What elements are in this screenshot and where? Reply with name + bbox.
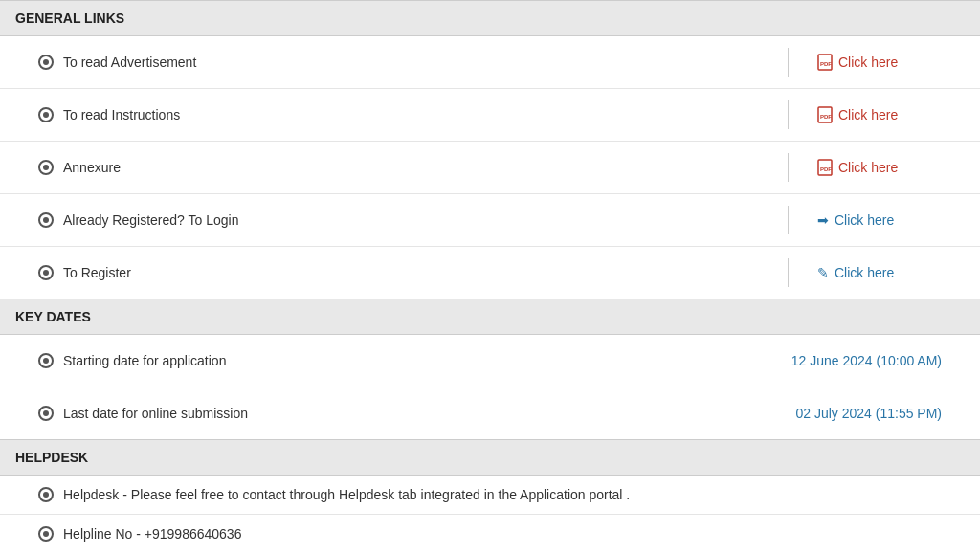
register-row: To Register ✎ Click here	[0, 247, 980, 299]
login-row: Already Registered? To Login ➡ Click her…	[0, 194, 980, 247]
helpdesk-section: HELPDESK Helpdesk - Please feel free to …	[0, 439, 980, 553]
dot-icon-helpline	[38, 526, 54, 542]
dot-icon-login	[38, 212, 54, 228]
dot-icon-advertisement	[38, 55, 54, 70]
general-links-body: To read Advertisement PDF Click here To …	[0, 36, 980, 299]
helpdesk-info-row: Helpdesk - Please feel free to contact t…	[0, 476, 980, 515]
instructions-link[interactable]: PDF Click here	[817, 106, 942, 123]
login-label: Already Registered? To Login	[38, 212, 759, 228]
key-dates-header: KEY DATES	[0, 299, 980, 335]
dot-icon-start-date	[38, 353, 54, 368]
start-date-row: Starting date for application 12 June 20…	[0, 335, 980, 387]
svg-text:PDF: PDF	[820, 166, 832, 172]
advertisement-label: To read Advertisement	[38, 55, 759, 70]
annexure-label: Annexure	[38, 160, 759, 175]
divider-last-date	[702, 399, 702, 428]
svg-text:PDF: PDF	[820, 61, 832, 67]
divider-register	[788, 258, 789, 287]
key-dates-body: Starting date for application 12 June 20…	[0, 335, 980, 439]
divider-login	[788, 206, 789, 234]
helpdesk-header: HELPDESK	[0, 439, 980, 476]
instructions-label: To read Instructions	[38, 107, 759, 122]
last-date-row: Last date for online submission 02 July …	[0, 387, 980, 439]
key-dates-section: KEY DATES Starting date for application …	[0, 299, 980, 439]
register-link[interactable]: ✎ Click here	[817, 265, 942, 280]
edit-pencil-icon: ✎	[817, 265, 829, 280]
pdf-icon-advertisement: PDF	[817, 54, 833, 71]
instructions-row: To read Instructions PDF Click here	[0, 89, 980, 142]
advertisement-link[interactable]: PDF Click here	[817, 54, 942, 71]
start-date-label: Starting date for application	[38, 353, 673, 368]
last-date-value: 02 July 2024 (11:55 PM)	[731, 406, 942, 421]
divider-advertisement	[788, 48, 789, 77]
general-links-header: GENERAL LINKS	[0, 0, 980, 36]
divider-start-date	[702, 346, 702, 375]
advertisement-row: To read Advertisement PDF Click here	[0, 36, 980, 89]
dot-icon-register	[38, 265, 54, 280]
annexure-link[interactable]: PDF Click here	[817, 159, 942, 176]
annexure-row: Annexure PDF Click here	[0, 142, 980, 194]
dot-icon-instructions	[38, 107, 54, 122]
start-date-value: 12 June 2024 (10:00 AM)	[731, 353, 942, 368]
register-label: To Register	[38, 265, 759, 280]
pdf-icon-instructions: PDF	[817, 106, 833, 123]
last-date-label: Last date for online submission	[38, 406, 673, 421]
login-link[interactable]: ➡ Click here	[817, 212, 942, 228]
pdf-icon-annexure: PDF	[817, 159, 833, 176]
general-links-section: GENERAL LINKS To read Advertisement PDF …	[0, 0, 980, 299]
helpline-label: Helpline No - +919986640636	[38, 526, 942, 542]
helpdesk-body: Helpdesk - Please feel free to contact t…	[0, 476, 980, 553]
divider-annexure	[788, 153, 789, 182]
helpdesk-info-label: Helpdesk - Please feel free to contact t…	[38, 487, 942, 502]
dot-icon-helpdesk-info	[38, 487, 54, 502]
svg-text:PDF: PDF	[820, 114, 832, 120]
dot-icon-last-date	[38, 406, 54, 421]
dot-icon-annexure	[38, 160, 54, 175]
divider-instructions	[788, 100, 789, 129]
helpline-row: Helpline No - +919986640636	[0, 515, 980, 553]
login-arrow-icon: ➡	[817, 212, 829, 228]
